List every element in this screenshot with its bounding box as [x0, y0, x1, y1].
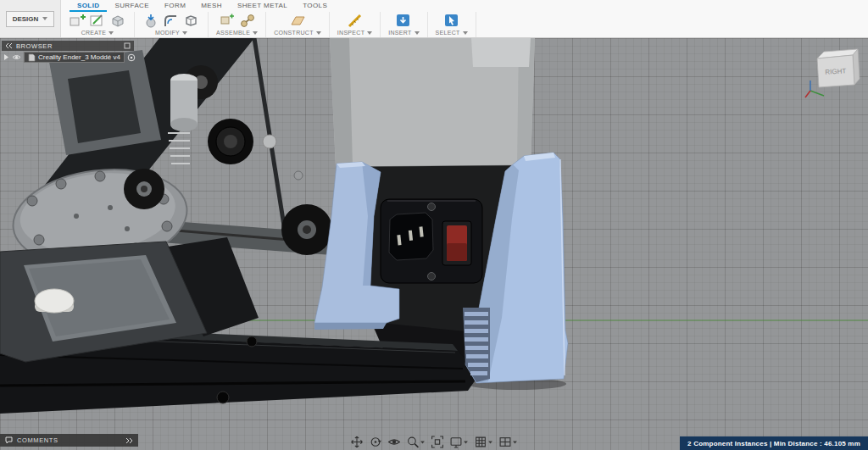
- top-toolbar: DESIGN SOLID SURFACE FORM MESH SHEET MET…: [0, 0, 868, 38]
- comment-bubble-icon: [5, 436, 13, 444]
- collapse-panel-icon[interactable]: [5, 42, 13, 49]
- lcd-knob[interactable]: [35, 289, 74, 313]
- ribbon-tabs: SOLID SURFACE FORM MESH SHEET METAL TOOL…: [61, 0, 868, 12]
- assemble-new-component-icon[interactable]: [219, 13, 236, 29]
- document-name: Creality Ender_3 Moddé v4: [38, 53, 120, 61]
- group-modify: MODIFY: [135, 12, 209, 37]
- insert-icon[interactable]: [395, 13, 412, 29]
- press-pull-icon[interactable]: [142, 13, 159, 29]
- document-icon: [28, 53, 36, 62]
- look-at-tool[interactable]: [388, 436, 401, 448]
- chevron-down-icon: [463, 31, 468, 35]
- shell-icon[interactable]: [183, 13, 200, 29]
- chevron-down-icon: [513, 441, 517, 443]
- power-socket-panel[interactable]: [381, 199, 482, 283]
- ground-target-icon[interactable]: [127, 53, 136, 62]
- tab-mesh[interactable]: MESH: [193, 0, 230, 12]
- chevron-down-icon: [253, 31, 258, 35]
- display-settings-icon: [450, 436, 463, 448]
- chevron-down-icon: [316, 31, 321, 35]
- ribbon-groups: CREATE: [61, 12, 868, 37]
- group-inspect: INSPECT: [330, 12, 381, 37]
- 3d-viewport[interactable]: BROWSER Creality Ender_3 Moddé v4: [0, 38, 868, 450]
- group-label-insert[interactable]: INSERT: [388, 30, 419, 36]
- browser-panel: BROWSER Creality Ender_3 Moddé v4: [2, 41, 136, 63]
- group-insert: INSERT: [381, 12, 427, 37]
- visibility-eye-icon[interactable]: [12, 53, 21, 61]
- orbit-icon: [370, 436, 382, 448]
- expand-panel-icon[interactable]: [125, 437, 133, 444]
- chevron-down-icon: [108, 31, 114, 35]
- select-icon[interactable]: [443, 13, 460, 29]
- zoom-icon: [407, 436, 420, 448]
- new-component-icon[interactable]: [69, 13, 86, 29]
- workspace-menu-button[interactable]: DESIGN: [6, 11, 55, 27]
- fit-icon: [431, 436, 444, 448]
- comments-bar[interactable]: COMMENTS: [0, 434, 138, 447]
- chevron-down-icon: [464, 441, 468, 443]
- grid-icon: [475, 436, 487, 448]
- chevron-down-icon: [367, 31, 372, 35]
- chevron-down-icon: [420, 441, 425, 443]
- panel-screw-top: [428, 203, 436, 211]
- viewcube[interactable]: RIGHT: [802, 45, 863, 101]
- fillet-icon[interactable]: [163, 13, 180, 29]
- group-create: CREATE: [61, 12, 135, 37]
- rocker-switch-lower: [447, 243, 467, 261]
- expand-node-icon[interactable]: [3, 53, 9, 61]
- pan-tool[interactable]: [351, 436, 364, 448]
- group-label-assemble[interactable]: ASSEMBLE: [216, 30, 258, 36]
- psu-column[interactable]: [330, 38, 535, 167]
- orbit-tool[interactable]: [370, 436, 382, 448]
- navigation-toolbar: [351, 436, 518, 448]
- group-label-inspect[interactable]: INSPECT: [337, 30, 372, 36]
- group-label-modify[interactable]: MODIFY: [155, 30, 187, 36]
- measure-icon[interactable]: [347, 13, 364, 29]
- grid-snaps-tool[interactable]: [475, 436, 493, 448]
- browser-root-node[interactable]: Creality Ender_3 Moddé v4: [2, 52, 136, 63]
- offset-plane-icon[interactable]: [289, 13, 306, 29]
- tab-sheet-metal[interactable]: SHEET METAL: [230, 0, 295, 12]
- viewports-tool[interactable]: [499, 436, 518, 448]
- chevron-down-icon: [488, 441, 492, 443]
- group-assemble: ASSEMBLE: [209, 12, 266, 37]
- group-construct: CONSTRUCT: [266, 12, 330, 37]
- zoom-tool[interactable]: [407, 436, 426, 448]
- fit-tool[interactable]: [431, 436, 444, 448]
- selection-status-bar: 2 Component Instances | Min Distance : 4…: [680, 436, 868, 450]
- model-scene[interactable]: [0, 38, 868, 450]
- document-root-chip[interactable]: Creality Ender_3 Moddé v4: [24, 52, 125, 63]
- tab-form[interactable]: FORM: [157, 0, 193, 12]
- tab-surface[interactable]: SURFACE: [107, 0, 157, 12]
- selection-status-text: 2 Component Instances | Min Distance : 4…: [687, 440, 860, 447]
- panel-options-icon[interactable]: [124, 42, 131, 49]
- ribbon: SOLID SURFACE FORM MESH SHEET METAL TOOL…: [61, 0, 868, 37]
- browser-header[interactable]: BROWSER: [2, 41, 134, 51]
- chevron-down-icon: [42, 17, 47, 20]
- workspace-menu-label: DESIGN: [13, 15, 39, 23]
- create-sketch-icon[interactable]: [89, 13, 106, 29]
- workspace-switcher-area: DESIGN: [0, 0, 61, 37]
- group-label-construct[interactable]: CONSTRUCT: [274, 30, 321, 36]
- fusion360-window: DESIGN SOLID SURFACE FORM MESH SHEET MET…: [0, 0, 868, 450]
- display-settings-tool[interactable]: [450, 436, 469, 448]
- group-label-select[interactable]: SELECT: [436, 30, 468, 36]
- chevron-down-icon: [182, 31, 187, 35]
- comments-label: COMMENTS: [17, 436, 58, 444]
- primitive-box-icon[interactable]: [109, 13, 126, 29]
- panel-screw-bottom: [428, 273, 436, 281]
- pan-icon: [351, 436, 364, 448]
- tab-solid[interactable]: SOLID: [70, 0, 107, 12]
- group-select: SELECT: [428, 12, 476, 37]
- browser-title: BROWSER: [16, 42, 53, 50]
- chevron-down-icon: [415, 31, 420, 35]
- tab-tools[interactable]: TOOLS: [295, 0, 335, 12]
- look-at-icon: [388, 436, 401, 448]
- group-label-create[interactable]: CREATE: [81, 30, 114, 36]
- joint-icon[interactable]: [239, 13, 256, 29]
- viewcube-face-label: RIGHT: [825, 67, 846, 75]
- viewcube-body[interactable]: RIGHT: [817, 49, 860, 87]
- viewports-icon: [499, 436, 512, 448]
